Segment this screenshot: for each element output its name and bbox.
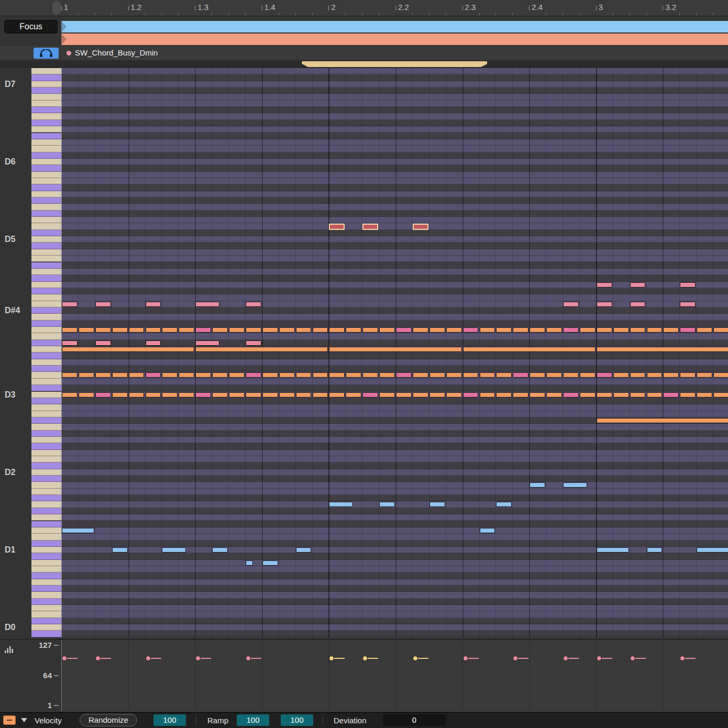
- midi-note[interactable]: [580, 392, 595, 398]
- piano-key[interactable]: [31, 566, 61, 572]
- piano-key[interactable]: [31, 282, 61, 288]
- midi-note[interactable]: [663, 392, 679, 398]
- midi-note[interactable]: [112, 547, 128, 553]
- midi-note[interactable]: [429, 502, 445, 507]
- midi-note[interactable]: [179, 327, 194, 333]
- midi-note[interactable]: [246, 302, 261, 307]
- piano-key[interactable]: [31, 579, 61, 586]
- midi-note[interactable]: [279, 392, 295, 398]
- randomize-button[interactable]: Randomize: [80, 714, 137, 726]
- preview-headphone-button[interactable]: [34, 48, 59, 59]
- velocity-marker[interactable]: [362, 656, 368, 661]
- midi-note[interactable]: [296, 372, 312, 378]
- midi-note[interactable]: [279, 327, 295, 333]
- midi-note[interactable]: [713, 392, 728, 398]
- midi-note[interactable]: [229, 372, 245, 378]
- midi-note[interactable]: [496, 502, 512, 507]
- midi-note[interactable]: [463, 392, 479, 398]
- piano-key[interactable]: [31, 211, 61, 217]
- midi-note[interactable]: [212, 392, 228, 398]
- piano-key[interactable]: [31, 450, 61, 456]
- midi-note[interactable]: [346, 372, 361, 378]
- midi-note[interactable]: [496, 392, 512, 398]
- velocity-marker[interactable]: [95, 656, 101, 661]
- midi-note[interactable]: [613, 372, 629, 378]
- midi-note[interactable]: [229, 392, 245, 398]
- piano-key[interactable]: [31, 359, 61, 366]
- piano-key[interactable]: [31, 508, 61, 514]
- midi-note[interactable]: [62, 327, 78, 333]
- piano-key[interactable]: [31, 139, 61, 146]
- velocity-lane[interactable]: [61, 639, 728, 711]
- piano-key[interactable]: [31, 560, 61, 566]
- midi-note[interactable]: [546, 372, 562, 378]
- midi-note[interactable]: [179, 372, 194, 378]
- midi-note[interactable]: [329, 502, 353, 507]
- midi-note[interactable]: [296, 547, 312, 553]
- piano-key[interactable]: [31, 262, 61, 269]
- midi-note[interactable]: [613, 392, 629, 398]
- midi-note[interactable]: [212, 547, 228, 553]
- midi-note[interactable]: [362, 372, 378, 378]
- piano-key[interactable]: [31, 592, 61, 598]
- piano-key[interactable]: [31, 586, 61, 592]
- piano-key[interactable]: [31, 611, 61, 617]
- midi-note[interactable]: [513, 327, 528, 333]
- piano-key[interactable]: [31, 462, 61, 469]
- midi-note[interactable]: [146, 327, 161, 333]
- piano-key[interactable]: [31, 288, 61, 294]
- midi-note[interactable]: [463, 372, 479, 378]
- piano-key[interactable]: [31, 495, 61, 501]
- midi-note[interactable]: [446, 327, 462, 333]
- midi-note[interactable]: [79, 327, 94, 333]
- piano-key[interactable]: [31, 352, 61, 359]
- midi-note[interactable]: [480, 392, 495, 398]
- piano-key[interactable]: [31, 172, 61, 178]
- midi-note[interactable]: [630, 282, 646, 288]
- midi-note[interactable]: [129, 372, 145, 378]
- midi-note[interactable]: [496, 372, 512, 378]
- midi-note[interactable]: [530, 482, 545, 488]
- midi-note[interactable]: [279, 372, 295, 378]
- piano-key[interactable]: [31, 204, 61, 210]
- ramp-start-value[interactable]: 100: [237, 714, 269, 726]
- midi-note[interactable]: [246, 340, 261, 346]
- midi-note[interactable]: [296, 327, 312, 333]
- piano-key[interactable]: [31, 184, 61, 191]
- midi-note[interactable]: [146, 392, 161, 398]
- piano-key[interactable]: [31, 242, 61, 249]
- piano-key[interactable]: [31, 398, 61, 404]
- midi-note[interactable]: [329, 392, 345, 398]
- midi-note[interactable]: [663, 372, 679, 378]
- deviation-value[interactable]: 0: [383, 714, 446, 726]
- midi-note[interactable]: [162, 547, 186, 553]
- piano-key[interactable]: [31, 197, 61, 204]
- midi-note[interactable]: [647, 392, 663, 398]
- piano-key[interactable]: [31, 301, 61, 307]
- piano-key[interactable]: [31, 230, 61, 236]
- midi-note[interactable]: [329, 224, 345, 230]
- midi-note[interactable]: [379, 392, 395, 398]
- midi-note[interactable]: [179, 392, 194, 398]
- midi-note[interactable]: [262, 372, 278, 378]
- midi-note[interactable]: [429, 327, 445, 333]
- piano-key[interactable]: [31, 256, 61, 262]
- piano-key[interactable]: [31, 489, 61, 495]
- midi-note[interactable]: [329, 347, 461, 352]
- piano-key[interactable]: [31, 379, 61, 385]
- velocity-marker[interactable]: [62, 656, 67, 661]
- piano-key[interactable]: [31, 404, 61, 411]
- midi-note[interactable]: [597, 347, 728, 352]
- piano-key[interactable]: [31, 482, 61, 488]
- midi-note[interactable]: [513, 372, 528, 378]
- midi-note[interactable]: [262, 327, 278, 333]
- velocity-marker[interactable]: [463, 656, 468, 661]
- piano-key[interactable]: [31, 443, 61, 449]
- piano-key[interactable]: [31, 107, 61, 113]
- randomize-amount-value[interactable]: 100: [153, 714, 186, 726]
- midi-note[interactable]: [146, 340, 161, 346]
- midi-note[interactable]: [413, 327, 428, 333]
- midi-note[interactable]: [647, 327, 663, 333]
- piano-key[interactable]: [31, 372, 61, 378]
- midi-note[interactable]: [680, 327, 696, 333]
